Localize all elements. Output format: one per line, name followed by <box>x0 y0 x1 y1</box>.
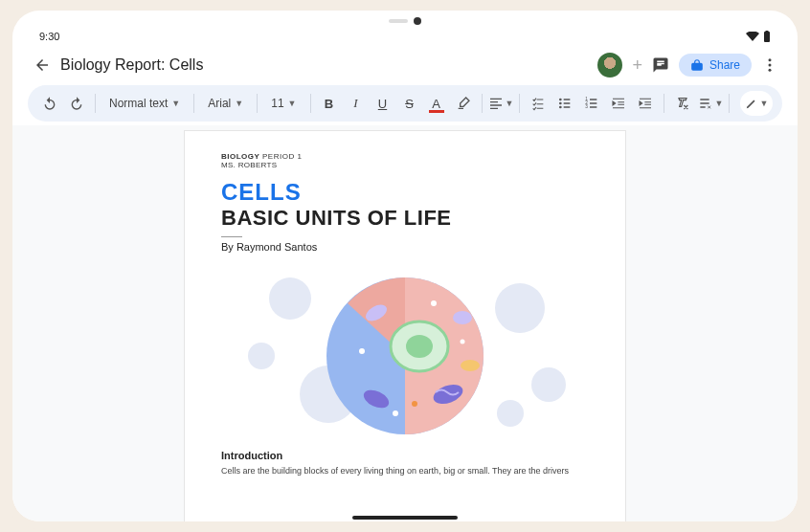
bold-button[interactable]: B <box>317 91 342 116</box>
document-title[interactable]: Biology Report: Cells <box>60 56 588 74</box>
section-heading: Introduction <box>221 450 589 461</box>
course-line: BIOLOGY PERIOD 1 <box>221 152 589 161</box>
document-page[interactable]: BIOLOGY PERIOD 1 MS. ROBERTS CELLS BASIC… <box>185 131 625 521</box>
redo-button[interactable] <box>64 91 89 116</box>
teacher-line: MS. ROBERTS <box>221 161 589 169</box>
svg-point-30 <box>412 401 417 407</box>
more-options-icon[interactable] <box>761 56 778 74</box>
highlight-color-button[interactable] <box>451 91 476 116</box>
svg-text:3: 3 <box>586 104 589 109</box>
undo-button[interactable] <box>37 91 62 116</box>
numbered-list-button[interactable]: 123 <box>579 91 604 116</box>
svg-point-14 <box>531 367 566 402</box>
svg-point-5 <box>559 99 562 101</box>
svg-rect-0 <box>764 32 770 42</box>
svg-point-3 <box>769 64 772 67</box>
svg-point-20 <box>406 335 433 358</box>
font-size-select[interactable]: 11▼ <box>263 97 304 110</box>
svg-point-2 <box>769 58 772 61</box>
svg-point-15 <box>497 400 524 427</box>
pen-tool-button[interactable]: ▼ <box>740 91 773 116</box>
comment-history-icon[interactable] <box>652 56 669 74</box>
svg-point-16 <box>248 343 275 369</box>
text-color-button[interactable]: A <box>424 91 449 116</box>
back-arrow-icon[interactable] <box>34 56 51 74</box>
svg-point-13 <box>495 283 545 333</box>
svg-rect-1 <box>766 31 769 33</box>
titlebar: Biology Report: Cells + Share <box>12 47 798 83</box>
share-button-label: Share <box>709 58 740 72</box>
strikethrough-button[interactable]: S <box>397 91 422 116</box>
svg-point-6 <box>559 102 562 105</box>
status-time: 9:30 <box>39 31 59 42</box>
svg-point-27 <box>431 300 437 306</box>
doc-heading-1: CELLS <box>221 179 589 206</box>
avatar[interactable] <box>597 53 622 78</box>
checklist-button[interactable] <box>526 91 551 116</box>
document-canvas[interactable]: BIOLOGY PERIOD 1 MS. ROBERTS CELLS BASIC… <box>12 125 798 521</box>
byline: By Raymond Santos <box>221 241 589 253</box>
svg-point-25 <box>461 360 480 371</box>
status-bar: 9:30 <box>12 26 798 47</box>
bulleted-list-button[interactable] <box>552 91 577 116</box>
share-button[interactable]: Share <box>679 54 752 77</box>
svg-point-29 <box>461 340 465 344</box>
heading-rule <box>221 236 242 237</box>
paragraph-style-select[interactable]: Normal text▼ <box>101 97 188 110</box>
doc-heading-2: BASIC UNITS OF LIFE <box>221 206 589 231</box>
body-text-preview: Cells are the building blocks of every l… <box>221 465 589 477</box>
font-family-select[interactable]: Arial▼ <box>200 97 251 110</box>
wifi-icon <box>746 32 759 41</box>
svg-point-26 <box>359 348 365 354</box>
add-collaborator-icon[interactable]: + <box>632 55 642 76</box>
nav-handle[interactable] <box>352 516 458 520</box>
tablet-frame: 9:30 Biology Report: Cells + Share <box>12 11 798 521</box>
svg-point-23 <box>453 311 472 324</box>
align-button[interactable]: ▼ <box>488 91 514 116</box>
svg-point-11 <box>269 277 311 320</box>
decrease-indent-button[interactable] <box>606 91 631 116</box>
battery-icon <box>763 31 771 42</box>
svg-point-28 <box>393 410 398 416</box>
svg-point-7 <box>559 106 562 109</box>
editing-mode-button[interactable]: ▼ <box>697 91 723 116</box>
cell-illustration <box>221 260 589 442</box>
camera-bar <box>12 16 798 26</box>
italic-button[interactable]: I <box>344 91 369 116</box>
underline-button[interactable]: U <box>371 91 395 116</box>
toolbar: Normal text▼ Arial▼ 11▼ B I U S A ▼ 123 <box>28 85 782 122</box>
increase-indent-button[interactable] <box>633 91 658 116</box>
svg-point-4 <box>769 69 772 72</box>
clear-formatting-button[interactable] <box>670 91 695 116</box>
